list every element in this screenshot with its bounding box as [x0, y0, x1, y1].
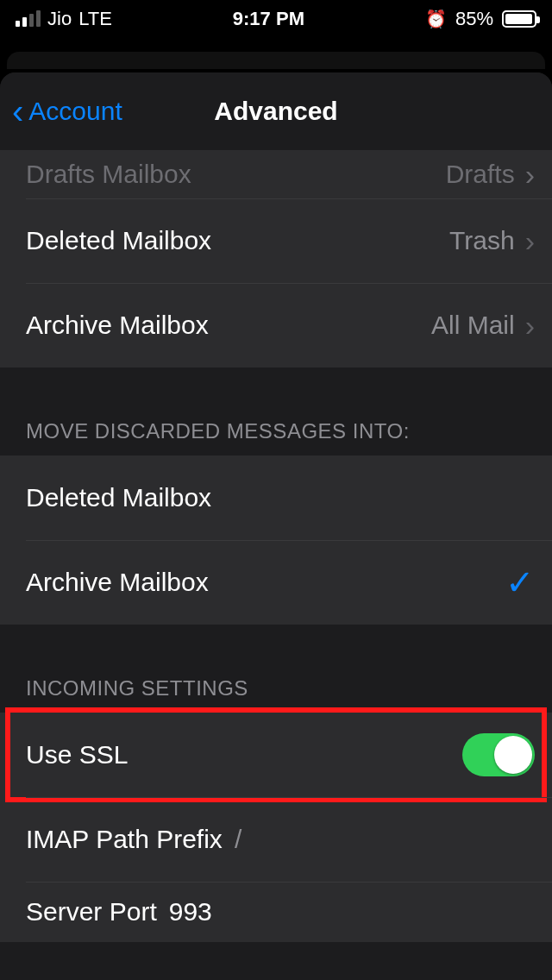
archive-mailbox-row[interactable]: Archive Mailbox All Mail › [0, 283, 552, 368]
network-label: LTE [78, 8, 112, 30]
background-sheet [7, 52, 545, 69]
alarm-icon: ⏰ [425, 9, 447, 29]
status-bar: Jio LTE 9:17 PM ⏰ 85% [0, 0, 552, 38]
row-value: / [235, 825, 242, 854]
discarded-archive-row[interactable]: Archive Mailbox ✓ [0, 540, 552, 625]
row-label: Deleted Mailbox [26, 226, 211, 255]
row-label: Archive Mailbox [26, 568, 209, 597]
row-value: Drafts [446, 160, 515, 189]
row-value: Trash [449, 226, 515, 255]
chevron-right-icon: › [525, 158, 535, 192]
chevron-right-icon: › [525, 224, 535, 258]
server-port-row[interactable]: Server Port 993 [0, 882, 552, 942]
status-right: ⏰ 85% [425, 8, 536, 30]
back-button[interactable]: ‹ Account [12, 72, 122, 150]
checkmark-icon: ✓ [505, 562, 535, 602]
drafts-mailbox-row[interactable]: Drafts Mailbox Drafts › [0, 150, 552, 198]
discarded-deleted-row[interactable]: Deleted Mailbox [0, 455, 552, 540]
mailbox-behaviors-group: Drafts Mailbox Drafts › Deleted Mailbox … [0, 150, 552, 368]
row-label: Server Port [26, 897, 157, 927]
row-label: Use SSL [26, 740, 128, 770]
row-value: 993 [169, 897, 212, 927]
row-value: All Mail [431, 311, 515, 340]
discarded-header: Move Discarded Messages Into: [0, 368, 552, 455]
status-left: Jio LTE [16, 8, 112, 30]
discarded-group: Deleted Mailbox Archive Mailbox ✓ [0, 455, 552, 625]
incoming-header: Incoming Settings [0, 625, 552, 713]
chevron-left-icon: ‹ [12, 94, 23, 129]
nav-bar: ‹ Account Advanced [0, 72, 552, 150]
incoming-group: Use SSL IMAP Path Prefix / Server Port 9… [0, 713, 552, 942]
use-ssl-toggle[interactable] [462, 733, 535, 776]
clock-label: 9:17 PM [233, 8, 304, 30]
back-label: Account [28, 97, 122, 126]
toggle-knob [494, 736, 532, 774]
row-label: IMAP Path Prefix [26, 825, 223, 854]
imap-path-prefix-row[interactable]: IMAP Path Prefix / [0, 797, 552, 882]
battery-percent: 85% [455, 8, 493, 30]
row-label: Drafts Mailbox [26, 160, 191, 189]
use-ssl-row[interactable]: Use SSL [0, 713, 552, 797]
signal-icon [16, 11, 41, 27]
deleted-mailbox-row[interactable]: Deleted Mailbox Trash › [0, 198, 552, 283]
battery-icon [502, 10, 536, 28]
chevron-right-icon: › [525, 309, 535, 342]
settings-page: ‹ Account Advanced Drafts Mailbox Drafts… [0, 72, 552, 980]
row-label: Deleted Mailbox [26, 483, 211, 512]
carrier-label: Jio [47, 8, 72, 30]
use-ssl-highlight: Use SSL [0, 713, 552, 797]
page-title: Advanced [214, 97, 337, 126]
row-label: Archive Mailbox [26, 311, 209, 340]
